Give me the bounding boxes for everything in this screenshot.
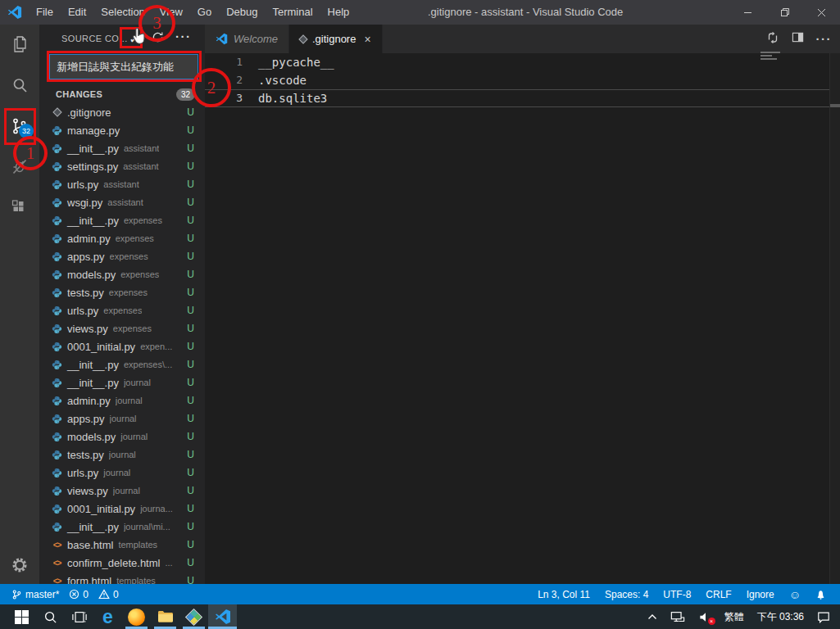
git-status-letter: U [182, 269, 194, 280]
feedback-smiley-icon[interactable] [782, 588, 808, 601]
source-control-icon[interactable]: 32 [0, 106, 39, 146]
more-actions-icon[interactable] [175, 25, 192, 49]
menu-item[interactable]: Edit [61, 0, 93, 25]
file-name: wsgi.py [67, 197, 102, 209]
editor-group[interactable]: Welcome .gitignore 1 __pyc [205, 25, 840, 584]
changed-file-row[interactable]: .gitignore U [39, 103, 205, 121]
changed-file-row[interactable]: __init__.py assistant U [39, 139, 205, 157]
commit-message-input[interactable] [49, 54, 198, 79]
menu-item[interactable]: View [152, 0, 190, 25]
changed-file-row[interactable]: views.py expenses U [39, 319, 205, 337]
debug-icon[interactable] [0, 147, 39, 186]
git-status-letter: U [182, 341, 194, 352]
changed-file-row[interactable]: settings.py assistant U [39, 157, 205, 175]
line-number: 1 [205, 53, 243, 71]
menu-item[interactable]: Debug [219, 0, 265, 25]
menu-item[interactable]: Go [190, 0, 219, 25]
notifications-bell-icon[interactable] [808, 589, 833, 600]
restore-button[interactable] [766, 0, 803, 25]
changed-file-row[interactable]: wsgi.py assistant U [39, 193, 205, 211]
changed-file-row[interactable]: apps.py expenses U [39, 247, 205, 265]
menu-item[interactable]: Selection [93, 0, 152, 25]
python-file-icon [52, 522, 62, 532]
diamond-app-icon[interactable] [179, 604, 208, 629]
sync-changes-icon[interactable] [766, 31, 779, 48]
code-area[interactable]: 1 __pycache__ 2 .vscode 3 db.sqlite3 [205, 53, 829, 584]
extensions-icon[interactable] [0, 188, 39, 227]
menu-item[interactable]: File [29, 0, 61, 25]
task-view-icon[interactable] [65, 604, 93, 629]
git-status-letter: U [182, 197, 194, 208]
changes-count-badge: 32 [176, 88, 195, 101]
vscode-taskbar-icon[interactable] [208, 604, 237, 629]
changed-file-row[interactable]: apps.py journal U [39, 410, 205, 428]
status-segment[interactable]: Ln 3, Col 11 [530, 589, 597, 600]
file-folder: assistant [107, 197, 143, 207]
changed-file-row[interactable]: __init__.py expenses\... U [39, 355, 205, 373]
python-file-icon [52, 161, 62, 172]
vscode-logo-icon [7, 5, 22, 20]
changes-header[interactable]: CHANGES 32 [39, 85, 205, 103]
network-icon[interactable] [664, 604, 692, 629]
changed-file-row[interactable]: urls.py journal U [39, 464, 205, 482]
changed-file-row[interactable]: form.html templates U [39, 572, 205, 584]
volume-muted-icon[interactable] [692, 604, 718, 629]
ime-indicator[interactable]: 繁體 [718, 604, 751, 629]
changed-file-row[interactable]: __init__.py journal U [39, 373, 205, 391]
changed-file-row[interactable]: urls.py expenses U [39, 301, 205, 319]
refresh-icon[interactable] [152, 31, 164, 47]
changed-file-row[interactable]: __init__.py expenses U [39, 211, 205, 229]
search-icon[interactable] [0, 66, 39, 105]
changed-file-row[interactable]: manage.py U [39, 121, 205, 139]
commit-check-icon[interactable] [125, 29, 144, 48]
changed-file-row[interactable]: confirm_delete.html ... U [39, 554, 205, 572]
menu-item[interactable]: Terminal [265, 0, 320, 25]
status-segment[interactable]: Spaces: 4 [597, 589, 656, 600]
settings-gear-icon[interactable] [0, 545, 39, 585]
changed-file-row[interactable]: models.py expenses U [39, 265, 205, 283]
clock[interactable]: 下午 03:36 [751, 604, 810, 629]
minimap[interactable] [761, 52, 785, 61]
tab-close-icon[interactable] [364, 34, 370, 45]
git-status-letter: U [182, 377, 194, 388]
changed-file-row[interactable]: tests.py journal U [39, 446, 205, 464]
changed-file-row[interactable]: 0001_initial.py expen... U [39, 337, 205, 355]
changed-file-row[interactable]: admin.py journal U [39, 391, 205, 410]
changed-file-row[interactable]: admin.py expenses U [39, 229, 205, 247]
status-segment[interactable]: CRLF [698, 589, 738, 600]
errors-indicator[interactable]: 0 [64, 589, 93, 600]
status-segment[interactable]: Ignore [739, 589, 782, 600]
scrollbar[interactable] [829, 53, 840, 584]
split-editor-icon[interactable] [792, 31, 804, 47]
changed-file-row[interactable]: views.py journal U [39, 482, 205, 500]
file-name: models.py [67, 431, 116, 443]
start-button[interactable] [7, 604, 36, 629]
branch-indicator[interactable]: master* [7, 589, 64, 600]
changed-file-row[interactable]: models.py journal U [39, 428, 205, 446]
close-button[interactable] [803, 0, 840, 25]
changed-file-row[interactable]: __init__.py journal\mi... U [39, 518, 205, 536]
warnings-indicator[interactable]: 0 [93, 589, 124, 600]
status-left: master* 0 0 [7, 589, 124, 600]
action-center-icon[interactable] [810, 604, 837, 629]
file-explorer-icon[interactable] [151, 604, 179, 629]
status-segment[interactable]: UTF-8 [656, 589, 698, 600]
tab-gitignore[interactable]: .gitignore [289, 25, 383, 53]
firefox-icon[interactable] [122, 604, 151, 629]
scrollbar-slider[interactable] [830, 104, 840, 107]
changed-file-row[interactable]: tests.py expenses U [39, 283, 205, 301]
file-name: views.py [67, 323, 108, 335]
git-status-letter: U [182, 467, 194, 478]
tray-chevron-icon[interactable] [641, 604, 664, 629]
changed-file-row[interactable]: 0001_initial.py journa... U [39, 500, 205, 518]
menu-item[interactable]: Help [320, 0, 357, 25]
changed-file-row[interactable]: base.html templates U [39, 536, 205, 554]
minimize-button[interactable] [729, 0, 766, 25]
tab-welcome[interactable]: Welcome [205, 25, 289, 53]
explorer-icon[interactable] [0, 25, 39, 64]
changed-file-row[interactable]: urls.py assistant U [39, 175, 205, 193]
editor-more-actions-icon[interactable] [816, 32, 833, 46]
file-name: manage.py [67, 124, 120, 137]
taskbar-search-icon[interactable] [36, 604, 65, 629]
edge-icon[interactable] [93, 604, 122, 629]
